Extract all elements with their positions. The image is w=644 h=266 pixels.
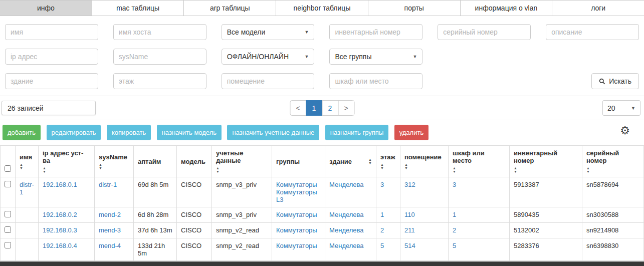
floor-link[interactable]: 2 (380, 226, 384, 234)
rack-link[interactable]: 2 (453, 226, 456, 234)
edit-button[interactable]: редактировать (47, 125, 101, 140)
add-button[interactable]: добавить (3, 125, 41, 140)
uptime-cell: 37d 6h 13m (134, 223, 177, 238)
rack-filter-input[interactable] (329, 73, 422, 89)
tab-vlan-info[interactable]: информация о vlan (461, 1, 553, 16)
col-header-ip[interactable]: ip адрес уст-ва▲▼ (39, 146, 95, 177)
room-link[interactable]: 312 (404, 181, 415, 188)
name-filter-input[interactable] (5, 24, 98, 40)
assign-credentials-button[interactable]: назначить учетные данные (227, 125, 319, 140)
sort-icon[interactable]: ▲▼ (20, 163, 23, 170)
filter-panel: Все модели ▼ ОФЛАЙН/ОНЛАЙН ▼ Все группы … (0, 16, 644, 96)
copy-button[interactable]: копировать (107, 125, 151, 140)
room-filter-input[interactable] (222, 73, 315, 89)
groups-cell: Коммутаторы (272, 223, 325, 238)
tab-ports[interactable]: порты (368, 1, 461, 16)
row-checkbox[interactable] (5, 181, 11, 187)
tab-logs[interactable]: логи (552, 1, 644, 16)
sort-icon[interactable]: ▲▼ (43, 166, 46, 173)
sort-icon[interactable]: ▲▼ (453, 166, 456, 173)
pagination-prev-button[interactable]: < (290, 100, 306, 116)
col-header-building[interactable]: здание▲▼ (325, 146, 376, 177)
inventory-cell: 5913387 (510, 177, 582, 207)
description-filter-input[interactable] (546, 24, 639, 40)
sort-icon[interactable]: ▲▼ (99, 163, 102, 170)
sort-icon[interactable]: ▲▼ (368, 158, 372, 165)
room-link[interactable]: 514 (404, 242, 415, 249)
row-checkbox[interactable] (5, 226, 11, 233)
floor-filter-input[interactable] (113, 73, 206, 89)
gear-icon[interactable]: ⚙ (620, 124, 630, 137)
sort-icon[interactable]: ▲▼ (380, 163, 384, 170)
row-checkbox[interactable] (5, 242, 11, 248)
inventory-filter-input[interactable] (329, 24, 422, 40)
select-all-checkbox[interactable] (5, 165, 11, 172)
building-filter-input[interactable] (5, 73, 98, 89)
group-link[interactable]: Коммутаторы (276, 211, 321, 218)
device-name-link[interactable]: distr-1 (20, 181, 34, 196)
pagination-page-2[interactable]: 2 (322, 100, 338, 116)
row-checkbox[interactable] (5, 211, 11, 217)
serial-filter-input[interactable] (438, 24, 531, 40)
serial-cell: sn9214908 (582, 223, 644, 238)
device-ip-link[interactable]: 192.168.0.3 (43, 226, 77, 234)
delete-button[interactable]: удалить (394, 125, 428, 140)
device-ip-link[interactable]: 192.168.0.4 (43, 242, 77, 249)
device-sysname-link[interactable]: mend-2 (99, 211, 121, 218)
inventory-cell: 5283376 (510, 238, 582, 261)
model-select[interactable]: Все модели ▼ (222, 24, 315, 40)
uptime-cell: 133d 21h 5m (134, 238, 177, 261)
col-header-room[interactable]: помещение▲▼ (400, 146, 449, 177)
col-header-serial[interactable]: серийный номер▲▼ (582, 146, 644, 177)
tab-neighbor-tables[interactable]: neighbor таблицы (276, 1, 368, 16)
building-link[interactable]: Менделева (329, 226, 364, 234)
building-link[interactable]: Менделева (329, 211, 364, 218)
pagination-next-button[interactable]: > (338, 100, 354, 116)
device-sysname-link[interactable]: mend-4 (99, 242, 121, 249)
assign-groups-button[interactable]: назначить группы (325, 125, 388, 140)
col-header-rack[interactable]: шкаф или место▲▼ (449, 146, 510, 177)
room-link[interactable]: 211 (404, 226, 415, 234)
rack-link[interactable]: 1 (453, 211, 456, 218)
assign-model-button[interactable]: назначить модель (157, 125, 222, 140)
col-header-name[interactable]: имя▲▼ (16, 146, 39, 177)
floor-link[interactable]: 1 (380, 211, 384, 218)
col-header-sysname[interactable]: sysName▲▼ (95, 146, 134, 177)
device-ip-link[interactable]: 192.168.0.2 (43, 211, 77, 218)
group-link[interactable]: Коммутаторы L3 (276, 188, 321, 203)
room-link[interactable]: 110 (404, 211, 415, 218)
group-link[interactable]: Коммутаторы (276, 226, 321, 234)
ip-filter-input[interactable] (5, 49, 98, 65)
credentials-cell: snmp_v2_read (212, 238, 272, 261)
sort-icon[interactable]: ▲▼ (216, 166, 220, 173)
group-link[interactable]: Коммутаторы (276, 181, 321, 188)
col-header-credentials[interactable]: учетные данные▲▼ (212, 146, 272, 177)
tab-mac-tables[interactable]: mac таблицы (92, 1, 184, 16)
floor-link[interactable]: 3 (380, 181, 384, 188)
pagination-page-1[interactable]: 1 (306, 100, 322, 116)
floor-link[interactable]: 5 (380, 242, 384, 249)
group-select[interactable]: Все группы ▼ (329, 49, 422, 65)
page-size-select[interactable]: 20 ▼ (602, 100, 640, 116)
rack-link[interactable]: 3 (453, 181, 456, 188)
inventory-cell: 5890435 (510, 207, 582, 223)
tab-info[interactable]: инфо (0, 1, 92, 16)
building-link[interactable]: Менделева (329, 242, 364, 249)
col-header-inventory[interactable]: инвентарный номер▲▼ (510, 146, 582, 177)
search-button[interactable]: Искать (591, 73, 639, 89)
hostname-filter-input[interactable] (113, 24, 206, 40)
device-sysname-link[interactable]: mend-3 (99, 226, 121, 234)
col-header-floor[interactable]: этаж▲▼ (376, 146, 400, 177)
sort-icon[interactable]: ▲▼ (586, 166, 590, 173)
floor-cell: 1 (376, 207, 400, 223)
status-select[interactable]: ОФЛАЙН/ОНЛАЙН ▼ (222, 49, 315, 65)
device-sysname-link[interactable]: distr-1 (99, 181, 117, 188)
device-ip-link[interactable]: 192.168.0.1 (43, 181, 77, 188)
sort-icon[interactable]: ▲▼ (404, 163, 408, 170)
group-link[interactable]: Коммутаторы (276, 242, 321, 249)
tab-arp-tables[interactable]: arp таблицы (184, 1, 276, 16)
rack-link[interactable]: 5 (453, 242, 456, 249)
sort-icon[interactable]: ▲▼ (514, 166, 517, 173)
building-link[interactable]: Менделева (329, 181, 364, 188)
sysname-filter-input[interactable] (113, 49, 206, 65)
